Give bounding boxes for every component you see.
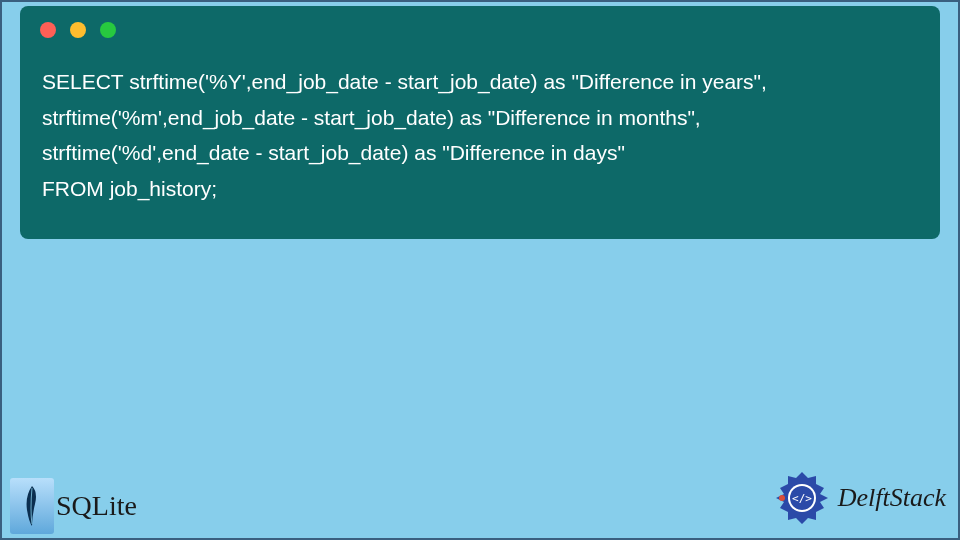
sqlite-label: SQLite xyxy=(56,490,137,522)
code-panel: SELECT strftime('%Y',end_job_date - star… xyxy=(20,6,940,239)
feather-icon xyxy=(21,484,43,528)
code-block: SELECT strftime('%Y',end_job_date - star… xyxy=(20,46,940,211)
delftstack-brand: </> DelftStack xyxy=(772,468,946,528)
svg-text:</>: </> xyxy=(792,492,812,505)
code-line: strftime('%m',end_job_date - start_job_d… xyxy=(42,106,701,129)
sqlite-icon xyxy=(10,478,54,534)
code-line: FROM job_history; xyxy=(42,177,217,200)
delftstack-icon: </> xyxy=(772,468,832,528)
maximize-icon xyxy=(100,22,116,38)
code-line: SELECT strftime('%Y',end_job_date - star… xyxy=(42,70,767,93)
sqlite-brand: SQLite xyxy=(10,478,137,534)
code-line: strftime('%d',end_date - start_job_date)… xyxy=(42,141,625,164)
window-traffic-lights xyxy=(20,6,940,46)
delftstack-label: DelftStack xyxy=(838,483,946,513)
svg-point-3 xyxy=(779,495,785,501)
close-icon xyxy=(40,22,56,38)
minimize-icon xyxy=(70,22,86,38)
